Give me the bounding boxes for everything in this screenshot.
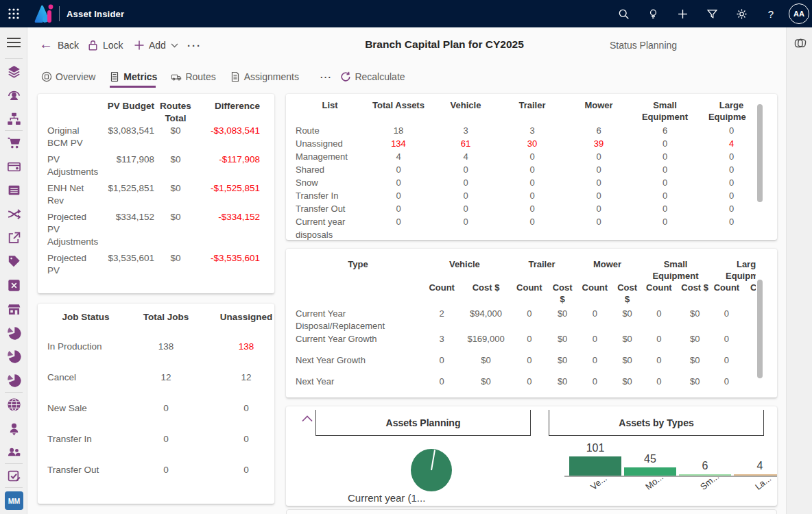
record-status: Status Planning bbox=[610, 40, 677, 51]
nav-globe-icon[interactable] bbox=[5, 396, 22, 413]
row-label: Next Year bbox=[296, 376, 420, 397]
cell-value: 0 bbox=[566, 189, 632, 202]
bar-La...[interactable] bbox=[734, 474, 777, 476]
assets-planning-pie[interactable] bbox=[409, 448, 454, 493]
cell-value: 0 bbox=[509, 308, 550, 333]
table-header-row: ListTotal AssetsVehicleTrailerMowerSmall… bbox=[296, 99, 746, 124]
app-launcher-icon[interactable] bbox=[0, 0, 27, 27]
collapse-chevron-icon[interactable] bbox=[301, 415, 313, 422]
table-row: Current year disposals000000 bbox=[296, 215, 746, 240]
tab-recalculate[interactable]: Recalculate bbox=[340, 66, 405, 87]
cell-value: $0 bbox=[615, 333, 640, 354]
cell-value: 0 bbox=[640, 376, 678, 397]
nav-shuffle-icon[interactable] bbox=[5, 206, 22, 222]
nav-store-icon[interactable] bbox=[5, 301, 22, 317]
cell-value: 0 bbox=[575, 376, 614, 397]
bar-Sm...[interactable] bbox=[679, 474, 731, 476]
settings-icon[interactable] bbox=[730, 3, 752, 25]
cell-value: 12 bbox=[208, 362, 274, 393]
cell-value: 4 bbox=[364, 150, 433, 163]
cell-value: 0 bbox=[566, 150, 632, 163]
cell-value: 0 bbox=[632, 176, 698, 189]
add-icon[interactable] bbox=[671, 3, 693, 25]
type-scrollbar[interactable] bbox=[757, 280, 763, 378]
filter-icon[interactable] bbox=[701, 3, 723, 25]
row-label: Current year disposals bbox=[296, 215, 364, 240]
cell-value: $0 bbox=[550, 376, 575, 397]
cell-value: 3 bbox=[499, 124, 566, 137]
cell-value: 0 bbox=[499, 202, 566, 215]
list-scrollbar[interactable] bbox=[757, 104, 763, 202]
table-row: Snow000000 bbox=[296, 176, 746, 189]
cell-value: 0 bbox=[566, 176, 632, 189]
back-button[interactable]: ← Back bbox=[39, 37, 79, 53]
add-button[interactable]: Add bbox=[134, 37, 183, 53]
row-label: Shared bbox=[296, 163, 364, 176]
tab-overview[interactable]: Overview bbox=[41, 66, 95, 87]
table-row: Cancel1212 bbox=[47, 362, 274, 393]
column-header: List bbox=[296, 99, 364, 124]
cell-value: 0 bbox=[632, 189, 698, 202]
idea-icon[interactable] bbox=[642, 3, 664, 25]
column-header bbox=[47, 100, 95, 125]
column-group: Vehicle bbox=[420, 258, 509, 282]
nav-billing-icon[interactable] bbox=[5, 158, 22, 175]
tab-assignments[interactable]: Assignments bbox=[230, 66, 299, 87]
bar-Ve...[interactable] bbox=[569, 456, 621, 476]
row-label: Transfer Out bbox=[296, 202, 364, 215]
nav-cart-icon[interactable] bbox=[5, 134, 22, 151]
nav-pie-2-icon[interactable] bbox=[5, 348, 22, 365]
table-header-row: PV BudgetRoutes TotalDifference bbox=[47, 100, 260, 125]
cell-value: 0 bbox=[364, 189, 433, 202]
nav-layers-icon[interactable] bbox=[5, 63, 22, 79]
cell-value: 0 bbox=[208, 393, 274, 424]
help-icon[interactable]: ? bbox=[760, 3, 782, 25]
nav-list-icon[interactable] bbox=[5, 182, 22, 198]
nav-pie-1-icon[interactable] bbox=[5, 325, 22, 341]
cell-value: 0 bbox=[575, 354, 614, 376]
cell-value: 12 bbox=[124, 362, 208, 393]
nav-community-icon[interactable] bbox=[5, 87, 22, 103]
search-icon[interactable] bbox=[612, 3, 634, 25]
nav-pie-3-icon[interactable] bbox=[5, 372, 22, 389]
cell-value: 0 bbox=[698, 202, 746, 215]
cell-value: 138 bbox=[124, 331, 208, 362]
cell-value: 3 bbox=[420, 333, 463, 354]
nav-share-icon[interactable] bbox=[5, 230, 22, 246]
lock-button[interactable]: Lock bbox=[88, 37, 123, 53]
bar-value-label: 6 bbox=[679, 460, 731, 472]
nav-user-avatar[interactable]: MM bbox=[5, 491, 23, 510]
table-row: Transfer Out00 bbox=[47, 454, 274, 485]
copilot-icon[interactable] bbox=[793, 36, 808, 51]
table-row: Original BCM PV$3,083,541$0-$3,083,541 bbox=[47, 125, 260, 154]
nav-team-icon[interactable] bbox=[5, 443, 22, 460]
cell-value: 0 bbox=[433, 202, 499, 215]
cell-value: 0 bbox=[364, 163, 433, 176]
nav-approve-icon[interactable] bbox=[5, 467, 22, 484]
tab-metrics[interactable]: Metrics bbox=[109, 66, 157, 87]
cell-value: $334,152 bbox=[95, 211, 154, 252]
nav-hierarchy-icon[interactable] bbox=[5, 110, 22, 127]
cell-value: -$3,083,541 bbox=[197, 125, 260, 154]
cell-value: 0 bbox=[632, 150, 698, 163]
cell-value: $0 bbox=[678, 354, 711, 376]
tab-more[interactable]: ··· bbox=[320, 66, 333, 87]
cell-value: 0 bbox=[364, 176, 433, 189]
nav-close-box-icon[interactable] bbox=[5, 277, 22, 293]
menu-icon[interactable] bbox=[7, 38, 21, 47]
cell-value: 0 bbox=[632, 202, 698, 215]
column-header: Trailer bbox=[499, 99, 566, 124]
cell-value: 4 bbox=[698, 137, 746, 150]
row-label: New Sale bbox=[47, 393, 124, 424]
row-label: Transfer Out bbox=[47, 454, 124, 485]
nav-tag-icon[interactable] bbox=[5, 253, 22, 269]
nav-location-icon[interactable] bbox=[5, 420, 22, 437]
cell-value: 0 bbox=[640, 354, 678, 376]
tab-routes[interactable]: Routes bbox=[171, 66, 215, 87]
app-name: Asset Insider bbox=[67, 9, 124, 19]
bar-Mo...[interactable] bbox=[624, 467, 676, 476]
table-row: Transfer In000000 bbox=[296, 189, 746, 202]
user-avatar[interactable]: AA bbox=[789, 3, 809, 24]
overflow-button[interactable]: ··· bbox=[187, 37, 202, 53]
pv-budget-card: PV BudgetRoutes TotalDifferenceOriginal … bbox=[38, 94, 274, 293]
